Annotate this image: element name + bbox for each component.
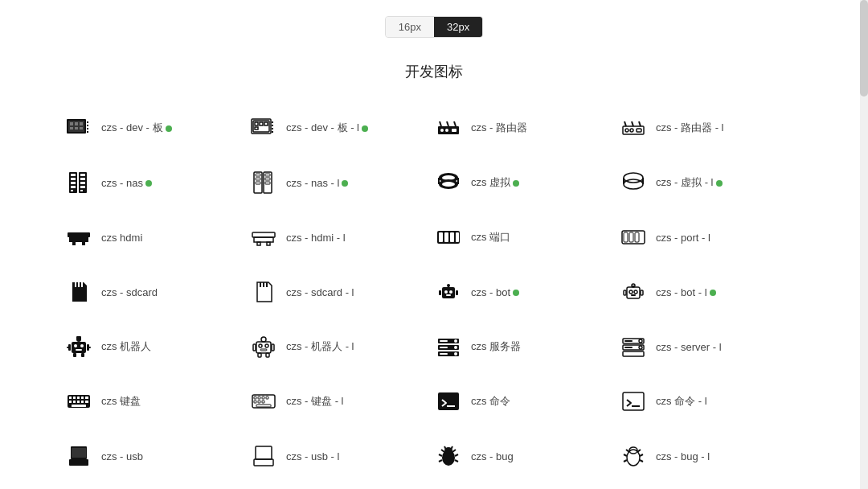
svg-rect-90 xyxy=(444,290,448,294)
svg-rect-80 xyxy=(624,232,628,242)
icon-item-czs-bot: czs - bot xyxy=(418,265,603,319)
svg-rect-49 xyxy=(256,174,260,176)
svg-rect-25 xyxy=(452,129,457,132)
svg-rect-108 xyxy=(76,349,82,351)
svg-rect-75 xyxy=(439,232,443,242)
icon-item-czs-codefile-l: czs 代码文件 - l xyxy=(603,483,788,489)
svg-rect-88 xyxy=(266,282,268,287)
svg-rect-149 xyxy=(69,401,72,403)
icon-item-czs-cmd-l: czs 命令 - l xyxy=(603,374,788,429)
svg-rect-20 xyxy=(272,128,273,129)
svg-rect-134 xyxy=(440,353,448,355)
svg-rect-153 xyxy=(85,401,88,403)
icon-label-czs-sdcard-l: czs - sdcard - l xyxy=(286,286,354,298)
icon-label-czs-bug: czs - bug xyxy=(471,450,514,462)
svg-rect-162 xyxy=(262,401,264,403)
icon-bot-l xyxy=(619,277,648,306)
size-16px-button[interactable]: 16px xyxy=(386,17,434,37)
svg-rect-145 xyxy=(73,397,76,399)
status-dot-czs-dev-l xyxy=(362,125,368,132)
icon-item-czs-robot-l: czs - 机器人 - l xyxy=(233,319,418,374)
svg-rect-81 xyxy=(629,232,633,242)
icon-item-czs-hdmi: czs hdmi xyxy=(48,210,233,265)
svg-point-24 xyxy=(445,129,448,132)
svg-rect-19 xyxy=(272,125,273,126)
icon-item-czs-usb-l: czs - usb - l xyxy=(233,429,418,483)
svg-rect-73 xyxy=(267,242,270,245)
svg-rect-96 xyxy=(456,290,458,295)
icon-usb-l xyxy=(249,442,278,471)
svg-rect-76 xyxy=(444,232,448,242)
svg-rect-146 xyxy=(77,397,80,399)
svg-point-61 xyxy=(442,182,455,187)
size-toggle: 16px 32px xyxy=(385,16,483,38)
icon-robot-l xyxy=(249,332,278,361)
icon-port-l xyxy=(619,223,648,252)
icon-item-czs-router-l: czs - 路由器 - l xyxy=(603,101,788,155)
icon-label-czs-bot: czs - bot xyxy=(471,286,519,298)
svg-rect-99 xyxy=(634,290,637,294)
svg-rect-85 xyxy=(81,282,83,287)
icon-item-czs-dev: czs - dev - 板 xyxy=(48,101,233,155)
svg-rect-114 xyxy=(81,353,84,357)
icon-bug-l xyxy=(619,442,648,471)
icon-keyboard-l xyxy=(249,387,278,416)
svg-rect-54 xyxy=(265,178,270,180)
icon-label-czs-cmd-l: czs 命令 - l xyxy=(656,394,707,409)
svg-rect-5 xyxy=(70,127,73,129)
svg-rect-107 xyxy=(80,344,84,347)
svg-rect-3 xyxy=(75,122,78,125)
icon-dev-board xyxy=(64,113,93,142)
svg-rect-9 xyxy=(87,125,88,126)
svg-rect-95 xyxy=(439,290,441,295)
status-dot-czs-virtual xyxy=(513,180,519,187)
svg-rect-71 xyxy=(254,237,273,242)
icon-label-czs-sdcard: czs - sdcard xyxy=(101,286,158,298)
svg-line-182 xyxy=(451,446,452,450)
svg-line-178 xyxy=(455,454,458,456)
svg-rect-148 xyxy=(85,397,88,399)
svg-rect-41 xyxy=(71,190,73,191)
page-container: 16px 32px 开发图标 czs - dev - 板czs - dev - … xyxy=(0,0,868,489)
icon-label-czs-robot: czs 机器人 xyxy=(101,339,151,354)
icon-sdcard xyxy=(64,277,93,306)
svg-rect-46 xyxy=(80,186,85,188)
svg-point-132 xyxy=(454,346,457,349)
svg-line-176 xyxy=(452,450,456,452)
svg-line-35 xyxy=(639,121,641,126)
icon-item-czs-save-l: czs - save - l xyxy=(233,483,418,489)
svg-rect-16 xyxy=(264,122,268,125)
svg-point-31 xyxy=(630,129,633,132)
svg-rect-6 xyxy=(75,127,78,129)
icon-label-czs-nas-l: czs - nas - l xyxy=(286,177,348,189)
svg-line-33 xyxy=(624,121,626,126)
svg-rect-72 xyxy=(257,242,260,245)
icon-label-czs-dev-l: czs - dev - 板 - l xyxy=(286,121,368,135)
svg-rect-142 xyxy=(623,351,644,356)
svg-rect-84 xyxy=(78,282,80,287)
icon-label-czs-port: czs 端口 xyxy=(471,230,510,244)
svg-rect-18 xyxy=(272,121,273,123)
svg-rect-32 xyxy=(637,129,641,132)
scrollbar-thumb[interactable] xyxy=(860,0,868,97)
scrollbar[interactable] xyxy=(860,0,868,489)
status-dot-czs-nas-l xyxy=(342,180,348,187)
icon-cmd-l xyxy=(619,387,648,416)
status-dot-czs-bot-l xyxy=(710,290,716,296)
icon-nas xyxy=(64,168,93,197)
svg-rect-156 xyxy=(254,397,256,399)
icon-item-czs-virtual-l: czs - 虚拟 - l xyxy=(603,155,788,210)
icon-label-czs-router: czs - 路由器 xyxy=(471,121,527,135)
svg-rect-44 xyxy=(80,178,85,180)
icon-label-czs-router-l: czs - 路由器 - l xyxy=(656,121,724,135)
svg-rect-166 xyxy=(623,392,644,410)
svg-rect-55 xyxy=(265,182,270,184)
svg-line-28 xyxy=(454,121,456,126)
svg-rect-131 xyxy=(440,347,448,348)
icon-item-czs-hdmi-l: czs - hdmi - l xyxy=(233,210,418,265)
svg-rect-124 xyxy=(272,344,274,351)
icon-keyboard xyxy=(64,387,93,416)
size-32px-button[interactable]: 32px xyxy=(434,17,482,37)
svg-rect-92 xyxy=(446,294,451,296)
svg-rect-119 xyxy=(259,344,262,347)
